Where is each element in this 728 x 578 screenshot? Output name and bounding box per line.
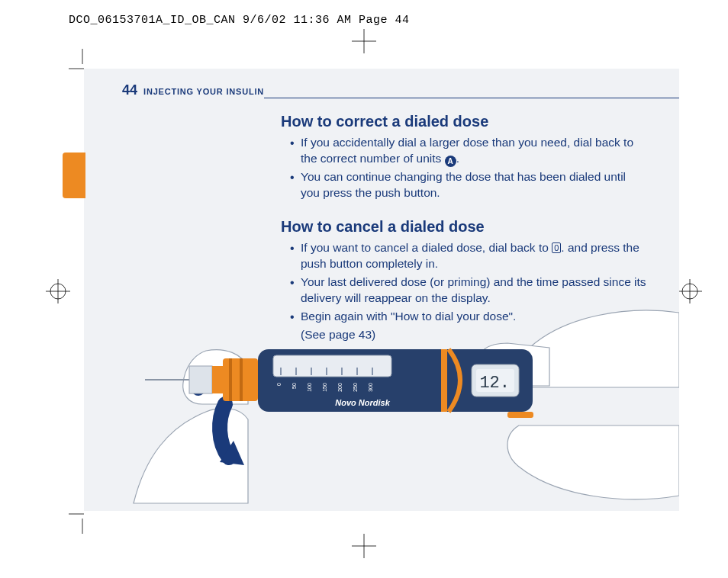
bullet-text: If you accidentally dial a larger dose t… <box>301 136 633 165</box>
svg-text:250: 250 <box>353 383 358 392</box>
period: . <box>456 152 459 165</box>
svg-rect-22 <box>240 358 243 401</box>
heading-correct-dose: How to correct a dialed dose <box>281 113 647 130</box>
svg-text:100: 100 <box>307 383 312 392</box>
header-rule <box>264 98 679 98</box>
brand-label: Novo Nordisk <box>335 398 390 407</box>
heading-cancel-dose: How to cancel a dialed dose <box>281 218 647 236</box>
list-item: Your last delivered dose (or priming) an… <box>292 275 647 307</box>
svg-rect-21 <box>229 358 232 401</box>
bullet-text: If you want to cancel a dialed dose, dia… <box>301 241 549 254</box>
svg-text:50: 50 <box>292 383 297 389</box>
page-number: 44 <box>122 82 137 98</box>
svg-text:200: 200 <box>337 383 343 392</box>
correct-dose-list: If you accidentally dial a larger dose t… <box>281 135 647 201</box>
dose-display: 12. <box>479 374 510 393</box>
section-name: INJECTING YOUR INSULIN <box>143 87 264 96</box>
side-tab <box>63 153 85 198</box>
zero-display-icon: 0 <box>552 242 561 253</box>
svg-rect-18 <box>189 366 212 393</box>
svg-rect-19 <box>212 366 223 393</box>
svg-text:150: 150 <box>322 383 327 392</box>
svg-rect-39 <box>441 349 447 412</box>
svg-text:300: 300 <box>368 383 373 392</box>
pen-illustration: A 0 50 100 150 200 2 <box>92 305 679 511</box>
badge-a-icon: A <box>445 156 456 167</box>
list-item: You can continue changing the dose that … <box>292 169 647 201</box>
list-item: If you want to cancel a dialed dose, dia… <box>292 240 647 272</box>
svg-rect-42 <box>507 412 533 418</box>
page-header: 44 INJECTING YOUR INSULIN <box>122 82 672 98</box>
svg-text:0: 0 <box>276 383 282 386</box>
list-item: If you accidentally dial a larger dose t… <box>292 135 647 167</box>
svg-rect-24 <box>273 355 391 377</box>
